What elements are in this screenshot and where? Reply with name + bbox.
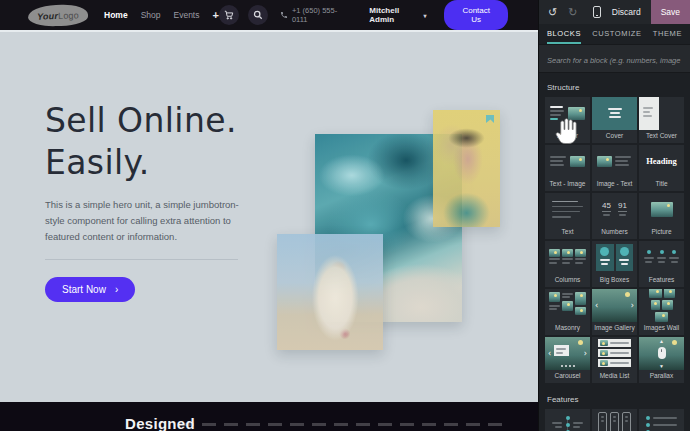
text-cover-thumbnail xyxy=(639,97,684,130)
search-button[interactable] xyxy=(248,5,268,25)
search-icon xyxy=(253,10,263,20)
block-picture[interactable]: Picture xyxy=(639,193,684,239)
block-masonry[interactable]: Masonry xyxy=(545,289,590,335)
user-menu[interactable]: Mitchell Admin ▾ xyxy=(369,6,426,24)
arrow-right-icon: › xyxy=(584,349,587,358)
block-features[interactable]: Features xyxy=(639,241,684,287)
site-logo[interactable]: Your Logo xyxy=(28,3,89,26)
contact-us-button[interactable]: Contact Us xyxy=(444,0,508,30)
carousel-thumbnail: ‹ › xyxy=(545,337,590,370)
logo-text-logo: Logo xyxy=(58,9,79,20)
phone-number: +1 (650) 555-0111 xyxy=(292,6,345,24)
picture-thumbnail xyxy=(639,193,684,226)
block-banner[interactable]: Banner xyxy=(545,97,590,143)
text-image-thumbnail xyxy=(545,145,590,178)
block-images-wall[interactable]: Images Wall xyxy=(639,289,684,335)
block-big-boxes[interactable]: Big Boxes xyxy=(592,241,637,287)
nav-link-events[interactable]: Events xyxy=(173,10,199,20)
arrow-down-icon: ▼ xyxy=(659,363,664,369)
text-thumbnail xyxy=(545,193,590,226)
block-title[interactable]: Heading Title xyxy=(639,145,684,191)
start-now-label: Start Now xyxy=(62,284,106,295)
block-text-cover[interactable]: Text Cover xyxy=(639,97,684,143)
block-label: Banner xyxy=(545,130,590,143)
arrow-right-icon: › xyxy=(631,301,634,310)
block-label: Text Cover xyxy=(639,130,684,143)
block-image-gallery[interactable]: ‹ › Image Gallery xyxy=(592,289,637,335)
block-text[interactable]: Text xyxy=(545,193,590,239)
nav-add-page-button[interactable]: + xyxy=(212,9,218,21)
columns-thumbnail xyxy=(545,241,590,274)
discard-button[interactable]: Discard xyxy=(612,7,641,17)
hero-image-beach xyxy=(277,234,383,350)
feature-block-list[interactable] xyxy=(639,409,684,431)
block-search-wrap xyxy=(539,45,690,73)
block-label: Masonry xyxy=(545,322,590,335)
block-numbers[interactable]: 45 91 Numbers xyxy=(592,193,637,239)
features-thumbnail xyxy=(639,241,684,274)
hero-section: Sell Online. Easily. This is a simple he… xyxy=(0,30,538,402)
block-image-text[interactable]: Image - Text xyxy=(592,145,637,191)
block-label: Images Wall xyxy=(639,322,684,335)
block-label: Picture xyxy=(639,226,684,239)
editor-tabs: BLOCKS CUSTOMIZE THEME xyxy=(539,24,690,45)
editor-toolbar: ↺ ↻ Discard Save xyxy=(539,0,690,24)
cart-icon xyxy=(224,10,234,20)
nav-phone[interactable]: +1 (650) 555-0111 xyxy=(280,6,345,24)
media-list-thumbnail xyxy=(592,337,637,370)
chevron-down-icon: ▾ xyxy=(423,12,426,19)
images-wall-thumbnail xyxy=(639,289,684,322)
phone-icon xyxy=(280,11,288,19)
block-media-list[interactable]: Media List xyxy=(592,337,637,383)
chevron-right-icon: › xyxy=(115,284,118,295)
masonry-thumbnail xyxy=(545,289,590,322)
arrow-left-icon: ‹ xyxy=(595,301,598,310)
editor-panel: ↺ ↻ Discard Save BLOCKS CUSTOMIZE THEME … xyxy=(538,0,690,431)
block-label: Text xyxy=(545,226,590,239)
hero-paragraph: This is a simple hero unit, a simple jum… xyxy=(45,197,243,244)
logo-text-your: Your xyxy=(37,10,58,21)
block-cover[interactable]: Cover xyxy=(592,97,637,143)
footer-text-placeholder xyxy=(180,423,510,426)
cover-thumbnail xyxy=(592,97,637,130)
feature-block-timeline[interactable] xyxy=(545,409,590,431)
timeline-thumbnail xyxy=(545,409,590,431)
block-label: Text - Image xyxy=(545,178,590,191)
website-preview: Your Logo Home Shop Events + xyxy=(0,0,538,431)
mouse-icon xyxy=(658,347,666,359)
tab-blocks[interactable]: BLOCKS xyxy=(547,24,581,44)
block-label: Parallax xyxy=(639,370,684,383)
cart-button[interactable] xyxy=(219,5,239,25)
feature-block-comparisons[interactable] xyxy=(592,409,637,431)
block-label: Columns xyxy=(545,274,590,287)
site-navbar: Your Logo Home Shop Events + xyxy=(0,0,538,30)
nav-links: Home Shop Events + xyxy=(104,9,219,21)
redo-icon[interactable]: ↻ xyxy=(568,6,577,19)
hero-divider xyxy=(45,259,238,260)
start-now-button[interactable]: Start Now › xyxy=(45,277,135,302)
blocks-scroll-area[interactable]: Structure Banner Cover xyxy=(539,73,690,431)
block-carousel[interactable]: ‹ › Carousel xyxy=(545,337,590,383)
nav-link-shop[interactable]: Shop xyxy=(141,10,161,20)
section-title-features: Features xyxy=(547,395,682,404)
block-label: Media List xyxy=(592,370,637,383)
mobile-preview-icon[interactable] xyxy=(593,6,601,18)
block-columns[interactable]: Columns xyxy=(545,241,590,287)
banner-thumbnail xyxy=(545,97,590,130)
tab-theme[interactable]: THEME xyxy=(653,24,682,44)
hero-copy: Sell Online. Easily. This is a simple he… xyxy=(45,100,265,302)
block-parallax[interactable]: ▲ ▼ Parallax xyxy=(639,337,684,383)
block-label: Numbers xyxy=(592,226,637,239)
save-button[interactable]: Save xyxy=(651,0,690,24)
block-label: Image - Text xyxy=(592,178,637,191)
comparison-cards-thumbnail xyxy=(592,409,637,431)
block-text-image[interactable]: Text - Image xyxy=(545,145,590,191)
nav-link-home[interactable]: Home xyxy=(104,10,128,20)
arrow-left-icon: ‹ xyxy=(548,349,551,358)
block-search-input[interactable] xyxy=(539,54,690,68)
big-boxes-thumbnail xyxy=(592,241,637,274)
numbers-thumbnail: 45 91 xyxy=(592,193,637,226)
block-label: Cover xyxy=(592,130,637,143)
tab-customize[interactable]: CUSTOMIZE xyxy=(592,24,641,44)
undo-icon[interactable]: ↺ xyxy=(548,6,557,19)
